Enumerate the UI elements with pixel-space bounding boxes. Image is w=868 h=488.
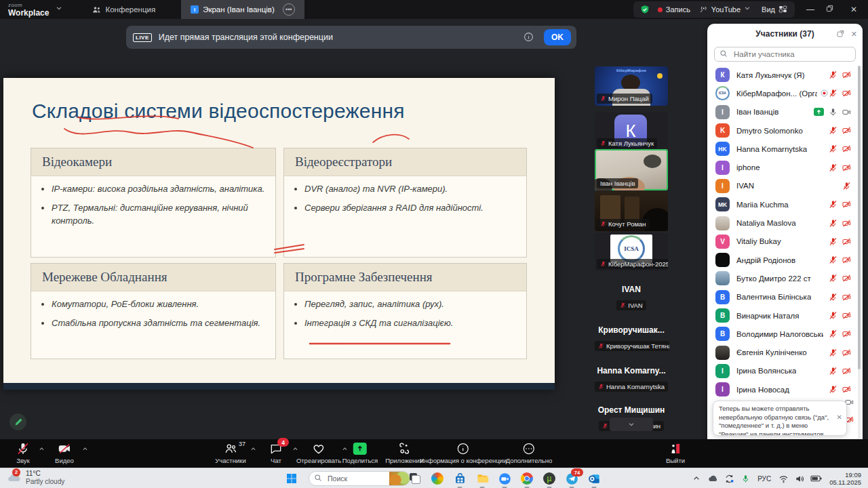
tooltip-text: Теперь вы можете отправлять невербальную… [713, 401, 846, 436]
ok-button[interactable]: OK [544, 29, 571, 45]
participant-row[interactable]: Андрій Родіонов [707, 251, 858, 269]
video-thumbnail[interactable]: Hanna Komarny...Hanna Komarnytska [595, 366, 668, 396]
toolbar-camera-off[interactable]: Видео [55, 442, 74, 464]
participant-row[interactable]: VVitaliy Bukay [707, 232, 858, 251]
participant-row[interactable]: ICSAКіберМарафон... (Организатор) [707, 84, 858, 102]
participant-row[interactable]: Iiphone [707, 158, 858, 176]
toolbar-share-screen[interactable]: Поделиться [342, 442, 378, 464]
participant-row[interactable]: ККатя Лукьянчук (Я) [707, 66, 858, 84]
start-button[interactable] [284, 471, 299, 486]
video-thumbnail[interactable]: Криворучишак...Криворучишак Тетяна [595, 325, 668, 355]
taskbar-ms-store-icon[interactable] [452, 471, 467, 486]
participant-status-icons [829, 89, 851, 98]
taskbar-outlook-icon[interactable] [587, 471, 601, 486]
chevron-down-icon[interactable] [56, 5, 65, 14]
onedrive-cloud-icon[interactable] [706, 472, 719, 485]
participant-row[interactable]: HKHanna Komarnytska [707, 140, 858, 158]
taskbar-copilot-icon[interactable] [430, 471, 445, 486]
clock-widget[interactable]: 19:09 05.11.2025 [829, 471, 861, 487]
sync-icon[interactable] [722, 472, 736, 485]
taskbar-chrome-icon[interactable] [519, 471, 534, 486]
volume-icon[interactable] [793, 472, 806, 485]
search-icon [314, 474, 323, 483]
avatar: K [715, 123, 730, 138]
close-button[interactable]: ✕ [846, 5, 861, 14]
taskbar-task-view-icon[interactable] [408, 471, 422, 486]
search-input[interactable] [732, 49, 850, 59]
collapse-thumbnails-button[interactable] [610, 418, 653, 431]
toolbar-label: Информация о конференции [420, 457, 507, 464]
view-button[interactable]: Вид [762, 5, 788, 14]
participant-name-chip: Мирон Пацай [597, 94, 652, 104]
taskbar-search[interactable]: Поиск [309, 471, 410, 486]
video-thumbnail[interactable]: IVANIVAN [595, 285, 668, 314]
tooltip-close-icon[interactable]: ✕ [837, 413, 842, 421]
weather-temp: 11°C [26, 470, 64, 478]
panel-scrollbar[interactable] [858, 66, 861, 459]
participant-row[interactable]: KDmytro Solomonko [707, 121, 858, 140]
taskbar-telegram-icon[interactable]: 74 [564, 471, 579, 486]
participant-row[interactable]: ВВалентина Білінська [707, 288, 858, 306]
toolbar-chat[interactable]: 4Чат [269, 442, 283, 464]
toolbar-meeting-info[interactable]: Информация о конференции [420, 442, 507, 464]
toolbar-mic-muted[interactable]: Звук [16, 442, 30, 464]
participant-row[interactable]: ВВинарчик Наталя [707, 306, 858, 325]
mic-on-icon [829, 108, 837, 117]
battery-icon[interactable] [809, 472, 823, 485]
chevron-up-icon[interactable] [250, 446, 256, 452]
taskbar-file-explorer-icon[interactable] [475, 471, 490, 486]
participant-row[interactable]: Nataliya Maslova [707, 214, 858, 232]
search-highlight-image[interactable] [389, 472, 410, 485]
youtube-stream-indicator[interactable]: YouTube [698, 5, 753, 14]
tab-options-icon[interactable]: ••• [283, 3, 295, 16]
video-thumbnail[interactable]: ICSAКіберМарафон-2025 [595, 233, 668, 271]
participant-row[interactable]: IIVAN [707, 177, 858, 195]
toolbar-more[interactable]: Дополнительно [506, 442, 552, 464]
tab-conference[interactable]: Конференция [83, 0, 165, 19]
close-panel-icon[interactable]: ✕ [851, 30, 857, 39]
popout-icon[interactable] [836, 29, 846, 39]
toolbar-react-heart[interactable]: Отреагировать [296, 442, 341, 464]
video-thumbnail[interactable]: КіберМарафонМирон Пацай [595, 66, 668, 106]
toolbar-participants[interactable]: 37Участники [215, 442, 245, 464]
toolbar-leave[interactable]: Выйти [666, 442, 685, 464]
participant-status-icons [814, 108, 851, 117]
participant-row[interactable]: Бутко Дмитро 222 ст [707, 269, 858, 287]
search-icon [719, 49, 729, 59]
participant-row[interactable]: ІІрина Волянська [707, 362, 858, 380]
taskbar-zoom-app-icon[interactable] [497, 471, 512, 486]
taskbar-utorrent-icon[interactable]: µ [542, 471, 557, 486]
tray-overflow-chevron-icon[interactable] [690, 472, 703, 485]
brand-zoom: zoom [8, 3, 49, 8]
video-thumbnail[interactable]: ККатя Лукьянчук [595, 113, 668, 150]
participant-name: КіберМарафон... (Организатор) [736, 89, 817, 98]
camera-on-icon [842, 108, 851, 117]
annotate-pencil-button[interactable] [9, 413, 26, 430]
participant-row[interactable]: IІван Іванців [707, 103, 858, 121]
microphone-active-icon[interactable] [738, 472, 752, 485]
participant-row[interactable]: MKMariia Kuchma [707, 195, 858, 214]
avatar: К [715, 68, 730, 82]
chevron-up-icon[interactable] [39, 446, 45, 452]
security-shield-icon[interactable] [640, 5, 650, 14]
participant-row[interactable]: Євгенія Кулініченко [707, 343, 858, 361]
recording-indicator[interactable]: Запись [658, 5, 690, 14]
participants-panel-title: Участники (37) [755, 29, 814, 39]
restore-button[interactable] [826, 5, 838, 14]
minimize-button[interactable]: — [803, 5, 818, 14]
weather-widget[interactable]: 2 11°C Partly cloudy [7, 470, 64, 485]
wifi-icon[interactable] [776, 472, 790, 485]
video-thumbnail[interactable]: Іван Іванців [595, 149, 668, 190]
participant-search-box[interactable] [714, 47, 856, 62]
language-indicator[interactable]: РУС [757, 475, 771, 483]
participant-row[interactable]: ІІрина Новосад [707, 380, 858, 399]
tab-screen-share[interactable]: I Экран (Іван Іванців) ••• [181, 0, 304, 19]
chevron-up-icon[interactable] [82, 446, 88, 452]
info-icon[interactable] [524, 32, 534, 43]
camera-off-icon [842, 89, 851, 98]
participant-name: Ірина Новосад [736, 386, 789, 394]
toolbar-apps[interactable]: Приложения [385, 442, 423, 464]
participant-row[interactable]: ВВолодимир Налоговський [707, 325, 858, 343]
video-thumbnail[interactable]: Кочут Роман [595, 191, 668, 231]
chevron-down-icon [744, 5, 753, 14]
